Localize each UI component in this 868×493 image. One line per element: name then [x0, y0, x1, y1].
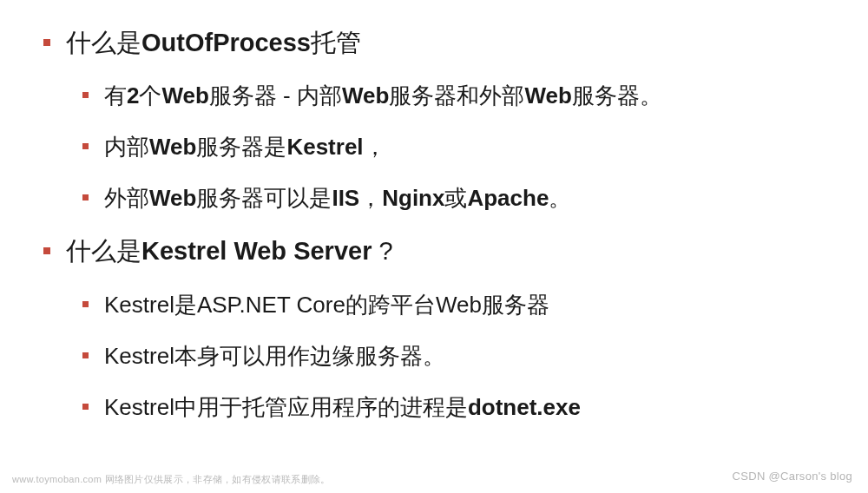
list-item: Kestrel本身可以用作边缘服务器。 [0, 341, 868, 371]
slide-content: 什么是OutOfProcess托管有2个Web服务器 - 内部Web服务器和外部… [0, 0, 868, 423]
watermark-left: www.toymoban.com 网络图片仅供展示，非存储，如有侵权请联系删除。 [12, 473, 330, 486]
bullet-icon [43, 39, 50, 46]
list-item-text: 什么是OutOfProcess托管 [66, 26, 361, 60]
list-item-text: 内部Web服务器是Kestrel， [104, 132, 386, 162]
bullet-icon [82, 92, 89, 98]
list-item-text: 有2个Web服务器 - 内部Web服务器和外部Web服务器。 [104, 81, 662, 111]
list-item: Kestrel是ASP.NET Core的跨平台Web服务器 [0, 290, 868, 320]
list-item: 有2个Web服务器 - 内部Web服务器和外部Web服务器。 [0, 81, 868, 111]
bullet-icon [82, 194, 89, 200]
list-item: 外部Web服务器可以是IIS，Nginx或Apache。 [0, 183, 868, 214]
list-item-text: Kestrel是ASP.NET Core的跨平台Web服务器 [104, 290, 549, 320]
bullet-icon [82, 143, 89, 149]
list-item: Kestrel中用于托管应用程序的进程是dotnet.exe [0, 392, 868, 423]
list-item: 内部Web服务器是Kestrel， [0, 132, 868, 162]
bullet-icon [82, 404, 89, 410]
bullet-icon [43, 247, 50, 254]
list-item-text: 外部Web服务器可以是IIS，Nginx或Apache。 [104, 183, 571, 214]
bullet-icon [82, 352, 89, 358]
watermark-right: CSDN @Carson's blog [733, 470, 852, 483]
list-item-text: Kestrel本身可以用作边缘服务器。 [104, 341, 445, 371]
list-item-text: Kestrel中用于托管应用程序的进程是dotnet.exe [104, 392, 581, 423]
list-item: 什么是OutOfProcess托管 [0, 26, 868, 60]
list-item-text: 什么是Kestrel Web Server ? [66, 234, 393, 268]
list-item: 什么是Kestrel Web Server ? [0, 234, 868, 268]
bullet-icon [82, 301, 89, 307]
